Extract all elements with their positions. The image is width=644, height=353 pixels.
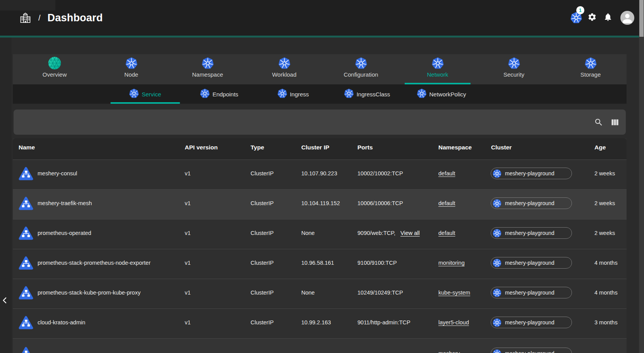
notifications-bell-icon[interactable] <box>603 12 613 22</box>
column-header-namespace[interactable]: Namespace <box>438 138 489 151</box>
table-row[interactable]: prometheus-operated v1 ClusterIP None 90… <box>13 219 627 249</box>
cluster-chip[interactable]: meshery-playground <box>491 227 572 239</box>
kubernetes-icon <box>493 349 501 353</box>
column-header-cluster-ip[interactable]: Cluster IP <box>301 138 357 151</box>
namespace-link[interactable]: meshery <box>438 350 460 353</box>
kubernetes-icon <box>278 57 290 69</box>
kubernetes-icon <box>493 318 501 327</box>
tab-workload[interactable]: Workload <box>247 54 321 84</box>
kubernetes-icon <box>493 259 501 267</box>
kubernetes-icon <box>355 57 367 69</box>
table-row[interactable]: prometheus-stack-kube-prom-kube-proxy v1… <box>13 279 627 308</box>
namespace-link[interactable]: default <box>438 230 455 236</box>
column-header-api-version[interactable]: API version <box>185 138 251 151</box>
tab-overview[interactable]: Overview <box>18 54 91 84</box>
breadcrumb-separator: / <box>38 14 41 22</box>
kubernetes-icon <box>344 89 354 100</box>
kubernetes-icon <box>200 89 210 100</box>
services-table: NameAPI versionTypeCluster IPPortsNamesp… <box>13 138 627 353</box>
table-toolbar <box>14 110 626 135</box>
namespace-link[interactable]: layer5-cloud <box>438 319 469 326</box>
cluster-chip[interactable]: meshery-playground <box>491 348 572 353</box>
service-icon <box>19 256 33 270</box>
namespace-link[interactable]: default <box>438 200 455 206</box>
namespace-link[interactable]: monitoring <box>438 260 465 266</box>
table-row[interactable]: meshery meshery-playground <box>13 338 627 353</box>
kubernetes-icon <box>493 169 501 178</box>
cluster-chip[interactable]: meshery-playground <box>491 168 572 179</box>
subtab-service[interactable]: Service <box>108 84 182 104</box>
subtab-endpoints[interactable]: Endpoints <box>182 84 256 104</box>
service-icon <box>19 196 33 210</box>
subtab-networkpolicy[interactable]: NetworkPolicy <box>405 84 479 104</box>
column-header-type[interactable]: Type <box>251 138 301 151</box>
tab-namespace[interactable]: Namespace <box>171 54 244 84</box>
kubernetes-icon <box>277 89 287 100</box>
header-accent-divider <box>0 36 639 38</box>
page-title: Dashboard <box>48 12 103 24</box>
kubernetes-icon <box>508 57 520 69</box>
service-icon <box>19 286 33 300</box>
subtab-ingress[interactable]: Ingress <box>256 84 330 104</box>
kubernetes-icon <box>129 89 139 100</box>
column-header-ports[interactable]: Ports <box>357 138 438 151</box>
resource-subtabs: Service Endpoints Ingress IngressClass N <box>13 84 627 104</box>
user-avatar[interactable] <box>620 11 634 25</box>
kubernetes-icon <box>585 57 597 69</box>
left-rail <box>0 38 12 353</box>
kubernetes-icon <box>493 229 501 238</box>
subtab-ingressclass[interactable]: IngressClass <box>330 84 404 104</box>
kubernetes-icon <box>493 199 501 208</box>
namespace-link[interactable]: kube-system <box>438 290 470 296</box>
context-count-badge: 1 <box>576 6 584 14</box>
organization-icon[interactable] <box>19 12 31 24</box>
tab-node[interactable]: Node <box>94 54 168 84</box>
settings-gear-icon[interactable] <box>587 12 597 22</box>
table-header-row: NameAPI versionTypeCluster IPPortsNamesp… <box>13 138 627 159</box>
tab-security[interactable]: Security <box>477 54 551 84</box>
kubernetes-icon <box>432 57 444 69</box>
cluster-chip[interactable]: meshery-playground <box>491 317 572 328</box>
app-header: / Dashboard 1 <box>0 0 644 36</box>
search-icon[interactable] <box>594 118 603 127</box>
table-row[interactable]: meshery-traefik-mesh v1 ClusterIP 10.104… <box>13 189 627 219</box>
service-icon <box>19 166 33 180</box>
collapse-drawer-chevron-icon[interactable] <box>0 295 10 305</box>
meshery-icon <box>48 57 61 69</box>
tab-network[interactable]: Network <box>401 54 474 84</box>
cluster-chip[interactable]: meshery-playground <box>491 197 572 209</box>
resource-category-tabs: Overview Node Namespace Workload Configu <box>13 54 627 84</box>
service-icon <box>19 346 33 353</box>
service-icon <box>19 226 33 240</box>
tab-configuration[interactable]: Configuration <box>324 54 398 84</box>
kubernetes-icon <box>417 89 426 100</box>
cluster-chip[interactable]: meshery-playground <box>491 257 572 269</box>
service-icon <box>19 315 33 329</box>
namespace-link[interactable]: default <box>438 170 455 176</box>
column-header-cluster[interactable]: Cluster <box>489 138 594 151</box>
kubernetes-icon <box>125 57 137 69</box>
scrollbar-thumb[interactable] <box>639 0 644 37</box>
view-all-ports-link[interactable]: View all <box>400 230 420 236</box>
column-header-name[interactable]: Name <box>13 138 185 151</box>
column-header-age[interactable]: Age <box>594 138 627 151</box>
table-row[interactable]: prometheus-stack-prometheus-node-exporte… <box>13 249 627 279</box>
tab-storage[interactable]: Storage <box>554 54 627 84</box>
table-row[interactable]: meshery-consul v1 ClusterIP 10.107.90.22… <box>13 159 627 189</box>
cluster-chip[interactable]: meshery-playground <box>491 287 572 298</box>
kubernetes-icon <box>493 288 501 297</box>
page-scrollbar[interactable] <box>639 0 644 353</box>
table-row[interactable]: cloud-kratos-admin v1 ClusterIP 10.99.2.… <box>13 308 627 338</box>
kubernetes-icon <box>202 57 214 69</box>
view-columns-icon[interactable] <box>610 117 620 127</box>
